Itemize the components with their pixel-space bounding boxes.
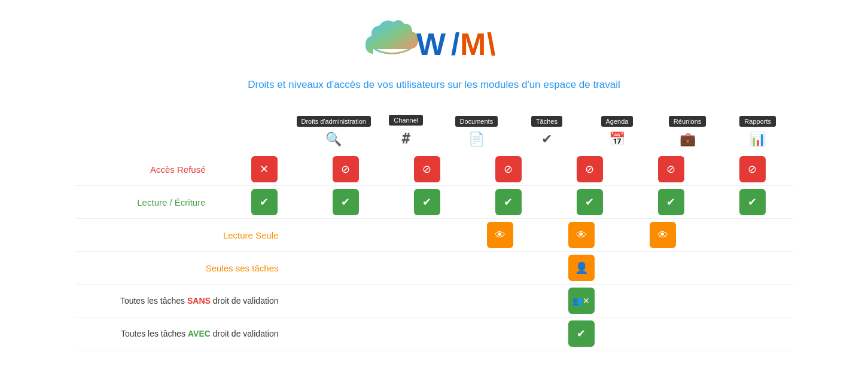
agenda-icon: 📅 [609, 132, 625, 147]
btn-lect-ecr-channel[interactable]: ✔ [333, 189, 359, 215]
label-avec-validation: Toutes les tâches AVEC droit de validati… [75, 329, 297, 338]
col-badge-admin: Droits d'administration [297, 116, 371, 127]
col-badge-reunions: Réunions [669, 116, 706, 127]
eye-icon: 👁 [576, 230, 587, 240]
cell-lect-ecr-reunions: ✔ [631, 186, 712, 218]
svg-text:W: W [416, 27, 446, 62]
eye-icon: 👁 [657, 230, 668, 240]
cell-sv-admin-empty [297, 285, 378, 317]
x-icon: ✕ [260, 164, 269, 175]
check-icon: ✔ [341, 197, 350, 207]
cell-lect-ecr-admin: ✔ [224, 186, 305, 218]
cell-lect-ecr-channel: ✔ [305, 186, 386, 218]
svg-text:\: \ [487, 27, 495, 62]
avec-bold: AVEC [188, 329, 211, 338]
btn-sst-taches[interactable]: 👤 [568, 255, 595, 281]
col-header-rapports: Rapports 📊 [723, 116, 793, 147]
check-icon: ✔ [585, 197, 594, 207]
btn-acces-refuse-channel[interactable]: ⊘ [333, 156, 359, 182]
check-icon: ✔ [504, 197, 513, 207]
wimi-logo: W / M \ [351, 12, 518, 66]
cells-avec-validation: ✔ [297, 317, 622, 350]
channel-icon: # [402, 130, 410, 147]
col-header-taches: Tâches ✔ [511, 116, 582, 147]
check-icon: ✔ [260, 197, 269, 207]
btn-lect-ecr-documents[interactable]: ✔ [414, 189, 440, 215]
page-wrapper: W / M \ Droits et niveaux d'accès de vos… [0, 0, 868, 374]
btn-sv-taches[interactable]: 👥✕ [568, 288, 595, 314]
cell-av-channel-empty [378, 317, 459, 350]
btn-lect-ecr-admin[interactable]: ✔ [251, 189, 278, 215]
admin-icon: 🔍 [325, 132, 342, 147]
label-seules-ses-taches: Seules ses tâches [75, 263, 297, 273]
check-icon: ✔ [422, 197, 431, 207]
taches-icon: ✔ [541, 132, 552, 147]
cells-seules-ses-taches: 👤 [297, 252, 622, 284]
btn-acces-refuse-admin[interactable]: ✕ [251, 156, 278, 182]
logo-container: W / M \ [351, 12, 518, 68]
cell-lect-ecr-rapports: ✔ [712, 186, 793, 218]
btn-lect-seule-agenda[interactable]: 👁 [650, 222, 676, 248]
cells-sans-validation: 👥✕ [297, 285, 622, 317]
row-seules-ses-taches: Seules ses tâches 👤 [75, 252, 793, 285]
cell-acces-refuse-reunions: ⊘ [631, 153, 712, 185]
row-lecture-ecriture: Lecture / Écriture ✔ ✔ ✔ [75, 186, 793, 219]
btn-acces-refuse-reunions[interactable]: ⊘ [658, 156, 684, 182]
btn-lect-ecr-taches[interactable]: ✔ [495, 189, 522, 215]
ban-icon: ⊘ [748, 164, 757, 175]
row-avec-validation: Toutes les tâches AVEC droit de validati… [75, 317, 793, 350]
permissions-table: Droits d'administration 🔍 Channel # Docu… [75, 115, 793, 350]
btn-acces-refuse-agenda[interactable]: ⊘ [577, 156, 603, 182]
data-rows: Accès Refusé ✕ ⊘ [75, 153, 793, 350]
users-x-icon: 👥✕ [572, 297, 590, 305]
btn-lect-ecr-agenda[interactable]: ✔ [577, 189, 603, 215]
btn-acces-refuse-rapports[interactable]: ⊘ [739, 156, 766, 182]
cell-av-taches: ✔ [541, 317, 622, 350]
col-badge-agenda: Agenda [601, 116, 634, 127]
cell-av-documents-empty [459, 317, 541, 350]
cell-lect-seule-documents: 👁 [459, 219, 541, 251]
btn-av-taches[interactable]: ✔ [568, 320, 595, 347]
cell-sst-admin-empty [297, 252, 378, 284]
cell-lect-seule-channel-empty [378, 219, 459, 251]
row-acces-refuse: Accès Refusé ✕ ⊘ [75, 153, 793, 186]
btn-lect-ecr-rapports[interactable]: ✔ [739, 189, 766, 215]
btn-acces-refuse-taches[interactable]: ⊘ [495, 156, 522, 182]
cell-lect-seule-taches: 👁 [541, 219, 622, 251]
cells-lecture-ecriture: ✔ ✔ ✔ ✔ [224, 186, 793, 218]
header-row: Droits d'administration 🔍 Channel # Docu… [75, 115, 793, 147]
cell-acces-refuse-admin: ✕ [224, 153, 305, 185]
col-badge-rapports: Rapports [739, 116, 776, 127]
cell-lect-seule-agenda: 👁 [622, 219, 703, 251]
cell-sv-documents-empty [459, 285, 541, 317]
col-badge-taches: Tâches [531, 116, 562, 127]
btn-lect-ecr-reunions[interactable]: ✔ [658, 189, 684, 215]
cell-acces-refuse-rapports: ⊘ [712, 153, 793, 185]
btn-lect-seule-taches[interactable]: 👁 [568, 222, 595, 248]
cell-lect-ecr-agenda: ✔ [549, 186, 631, 218]
btn-acces-refuse-documents[interactable]: ⊘ [414, 156, 440, 182]
check-icon: ✔ [666, 197, 675, 207]
cell-acces-refuse-taches: ⊘ [468, 153, 549, 185]
cell-sst-channel-empty [378, 252, 459, 284]
user-icon: 👤 [575, 262, 588, 273]
ban-icon: ⊘ [341, 164, 350, 175]
cell-sv-taches: 👥✕ [541, 285, 622, 317]
svg-text:M: M [460, 27, 486, 62]
label-acces-refuse: Accès Refusé [75, 164, 224, 175]
reunions-icon: 💼 [680, 132, 696, 147]
label-lecture-seule: Lecture Seule [75, 230, 297, 240]
ban-icon: ⊘ [422, 164, 431, 175]
btn-lect-seule-documents[interactable]: 👁 [487, 222, 513, 248]
col-header-agenda: Agenda 📅 [582, 116, 653, 147]
cell-sv-channel-empty [378, 285, 459, 317]
check-icon: ✔ [577, 328, 586, 339]
cells-lecture-seule: 👁 👁 👁 [297, 219, 703, 251]
eye-icon: 👁 [495, 230, 505, 240]
row-sans-validation: Toutes les tâches SANS droit de validati… [75, 285, 793, 317]
svg-text:/: / [451, 27, 459, 62]
page-subtitle: Droits et niveaux d'accès de vos utilisa… [248, 79, 620, 91]
cell-av-admin-empty [297, 317, 378, 350]
col-header-admin: Droits d'administration 🔍 [297, 116, 371, 147]
sans-bold: SANS [187, 296, 211, 306]
